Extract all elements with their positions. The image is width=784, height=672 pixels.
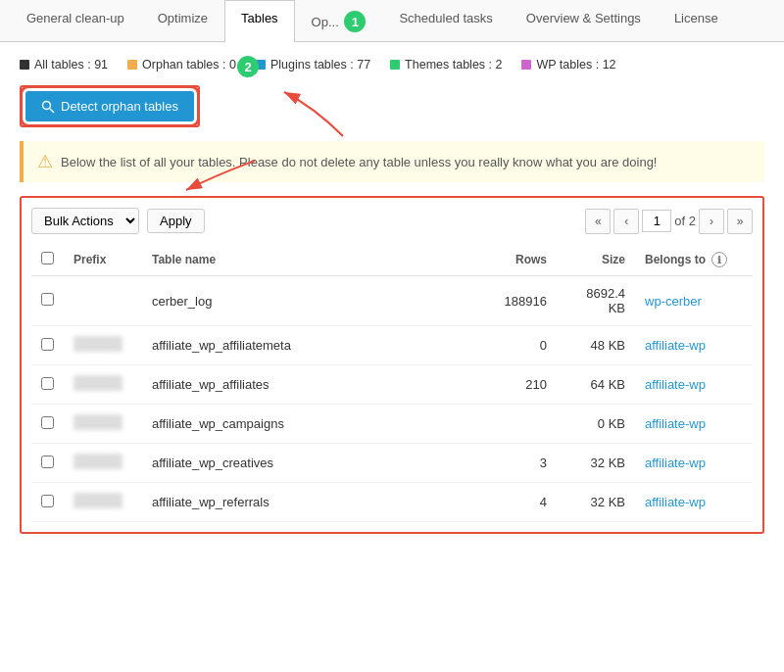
svg-point-0 [43,101,51,109]
row-rows: 210 [478,365,557,405]
row-table-name: affiliate_wp_affiliates [142,365,478,405]
apply-button[interactable]: Apply [147,209,205,233]
next-page-button[interactable]: › [699,209,724,234]
bulk-actions-select[interactable]: Bulk Actions [31,208,139,234]
prefix-blur [74,454,122,469]
th-belongs: Belongs to ℹ [635,244,753,276]
table-row: affiliate_wp_affiliates 210 64 KB affili… [31,365,753,405]
orphan-dot [127,60,137,70]
plugins-dot [256,60,266,70]
wp-dot [521,60,531,70]
belongs-link[interactable]: affiliate-wp [645,377,706,392]
row-size: 32 KB [557,483,635,522]
detect-btn-box: Detect orphan tables [20,85,200,127]
svg-line-1 [50,109,54,113]
row-belongs: affiliate-wp [635,444,753,483]
row-belongs: wp-cerber [635,276,753,326]
prefix-blur [74,336,122,352]
page-input[interactable] [642,210,671,232]
row-size: 8692.4 KB [557,276,635,326]
row-prefix [64,276,142,326]
row-belongs: affiliate-wp [635,326,753,365]
row-checkbox[interactable] [41,495,54,507]
detect-btn-wrap: Detect orphan tables 2 [20,85,764,127]
row-rows: 0 [478,326,557,365]
notice-warning: ⚠ Below the list of all your tables. Ple… [20,141,764,182]
row-prefix [64,483,142,522]
prev-page-button[interactable]: ‹ [613,209,639,234]
table-header-row: Prefix Table name Rows Size Belongs to ℹ [31,244,753,276]
top-section: All tables : 91 Orphan tables : 0 Plugin… [20,58,764,127]
themes-label: Themes tables : 2 [405,58,502,72]
tab-license[interactable]: License [658,0,735,42]
bulk-actions-bar: Bulk Actions Apply « ‹ of 2 › » [31,208,753,234]
tab-overview[interactable]: Overview & Settings [510,0,658,42]
tab-optimize[interactable]: Optimize [141,0,224,42]
row-checkbox-cell [31,326,64,365]
orphan-label: Orphan tables : 0 [142,58,236,72]
row-checkbox[interactable] [41,338,54,351]
stat-orphan: Orphan tables : 0 [127,58,236,72]
row-size: 48 KB [557,326,635,365]
row-table-name: cerber_log [142,276,478,326]
themes-dot [390,60,400,70]
prefix-blur [74,375,122,391]
pagination: « ‹ of 2 › » [585,209,753,234]
detect-orphan-button[interactable]: Detect orphan tables [25,91,194,121]
th-name: Table name [142,244,478,276]
tables-table: Prefix Table name Rows Size Belongs to ℹ [31,244,753,522]
row-belongs: affiliate-wp [635,405,753,444]
prefix-blur [74,493,122,508]
row-checkbox[interactable] [41,416,54,429]
notice-text: Below the list of all your tables. Pleas… [61,155,657,169]
row-table-name: affiliate_wp_creatives [142,444,478,483]
select-all-checkbox[interactable] [41,252,54,264]
row-prefix [64,405,142,444]
tab-tables[interactable]: Tables [224,0,295,42]
stats-row: All tables : 91 Orphan tables : 0 Plugin… [20,58,764,72]
row-checkbox[interactable] [41,377,54,390]
row-prefix [64,444,142,483]
search-icon [41,100,55,114]
th-prefix: Prefix [64,244,142,276]
belongs-link[interactable]: affiliate-wp [645,416,706,431]
belongs-link[interactable]: affiliate-wp [645,456,706,470]
row-rows [478,405,557,444]
stat-wp: WP tables : 12 [521,58,615,72]
row-size: 32 KB [557,444,635,483]
row-size: 64 KB [557,365,635,405]
stat-plugins: Plugins tables : 77 [256,58,370,72]
table-row: affiliate_wp_campaigns 0 KB affiliate-wp [31,405,753,444]
last-page-button[interactable]: » [727,209,753,234]
table-section: Bulk Actions Apply « ‹ of 2 › » [20,196,764,534]
prefix-blur [74,414,122,430]
th-checkbox [31,244,64,276]
row-checkbox[interactable] [41,293,54,306]
wp-label: WP tables : 12 [536,58,615,72]
tab-general[interactable]: General clean-up [10,0,141,42]
stat-themes: Themes tables : 2 [390,58,502,72]
table-row: cerber_log 188916 8692.4 KB wp-cerber [31,276,753,326]
belongs-link[interactable]: affiliate-wp [645,338,706,353]
admin-page: General clean-up Optimize Tables Op... 1… [0,0,784,672]
page-of-label: of 2 [674,214,696,228]
content-area: All tables : 91 Orphan tables : 0 Plugin… [0,42,784,550]
all-tables-dot [20,60,29,70]
row-checkbox-cell [31,483,64,522]
tab-scheduled[interactable]: Scheduled tasks [382,0,509,42]
table-row: affiliate_wp_referrals 4 32 KB affiliate… [31,483,753,522]
table-row: affiliate_wp_creatives 3 32 KB affiliate… [31,444,753,483]
tab-optimize2[interactable]: Op... 1 [295,0,383,42]
row-table-name: affiliate_wp_referrals [142,483,478,522]
nav-tabs: General clean-up Optimize Tables Op... 1… [0,0,784,42]
stat-all: All tables : 91 [20,58,108,72]
row-rows: 4 [478,483,557,522]
row-checkbox[interactable] [41,456,54,468]
row-checkbox-cell [31,405,64,444]
belongs-info-icon[interactable]: ℹ [711,252,727,267]
row-checkbox-cell [31,365,64,405]
belongs-link[interactable]: affiliate-wp [645,495,706,509]
belongs-link[interactable]: wp-cerber [645,294,702,309]
warning-icon: ⚠ [37,151,53,172]
first-page-button[interactable]: « [585,209,611,234]
